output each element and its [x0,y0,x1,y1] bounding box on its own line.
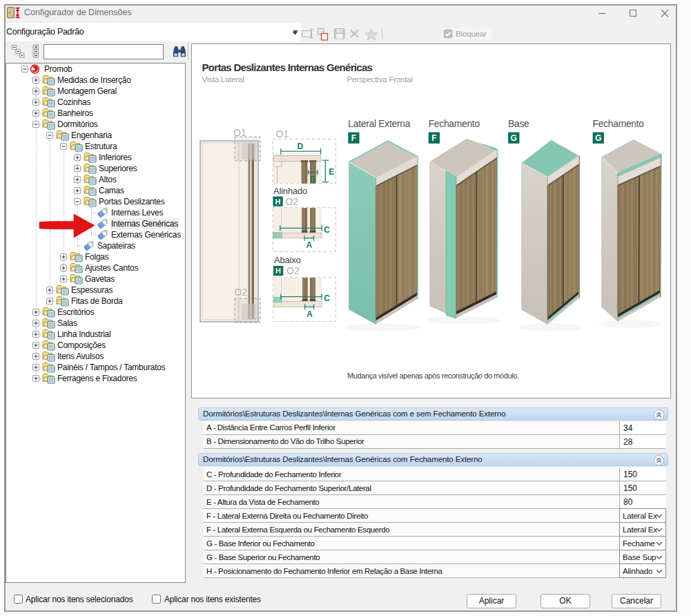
svg-text:Perspectiva Frontal: Perspectiva Frontal [347,75,413,84]
svg-text:H: H [275,198,281,206]
svg-text:O1: O1 [276,128,289,139]
svg-text:F: F [351,133,356,143]
svg-text:E: E [329,167,334,177]
svg-text:O2: O2 [286,196,299,207]
svg-text:Fechamento: Fechamento [429,119,480,129]
svg-text:A: A [306,240,313,250]
svg-text:Base: Base [508,119,529,129]
svg-text:G: G [595,133,601,143]
svg-text:Vista Lateral: Vista Lateral [202,75,244,84]
svg-text:Abaixo: Abaixo [274,255,301,265]
svg-text:Portas Deslizantes Internas Ge: Portas Deslizantes Internas Genéricas [202,61,373,73]
svg-text:C: C [324,293,330,303]
svg-text:O2: O2 [235,287,248,298]
svg-text:D: D [298,142,304,151]
svg-text:O2: O2 [286,265,300,276]
svg-text:Lateral Externa: Lateral Externa [348,119,410,129]
svg-text:G: G [511,133,517,143]
svg-text:H: H [275,267,281,275]
svg-text:A: A [306,309,313,319]
svg-text:Fechamento: Fechamento [593,119,645,129]
svg-text:Alinhado: Alinhado [273,186,307,196]
svg-text:F: F [431,133,436,143]
svg-text:Mudança visível apenas após re: Mudança visível apenas após reconstrução… [347,372,519,380]
svg-text:O1: O1 [233,127,246,138]
svg-text:C: C [324,225,330,235]
